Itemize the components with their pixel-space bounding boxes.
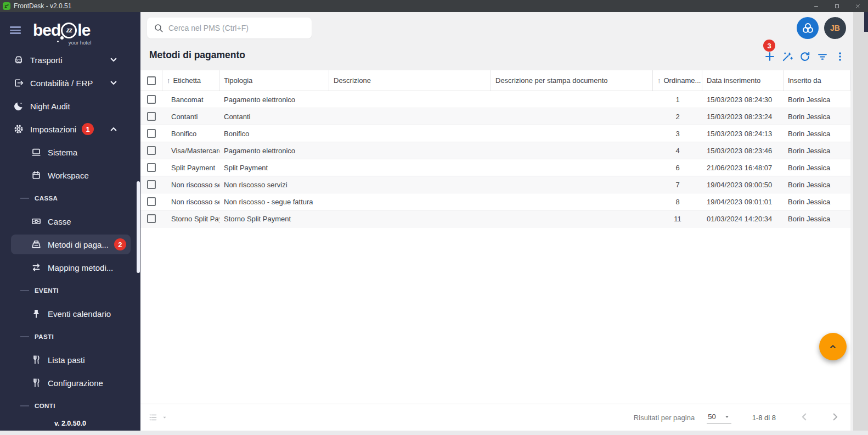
gear-icon — [13, 124, 24, 135]
cell-descrizione-stampa — [491, 193, 653, 210]
scroll-to-top-button[interactable] — [819, 333, 847, 360]
add-button[interactable]: 3 — [763, 51, 776, 63]
chevron-up-icon — [108, 124, 119, 135]
table-footer: Risultati per pagina 50 1-8 di 8 — [140, 404, 850, 431]
header-cell-descrizione[interactable]: Descrizione — [329, 70, 491, 91]
banknote-icon — [31, 216, 42, 227]
wand-icon — [781, 51, 793, 63]
sidebar-item-trasporti[interactable]: Trasporti — [0, 48, 140, 71]
cell-etichetta: Bonifico — [162, 125, 219, 142]
cell-data-inserimento: 19/04/2023 09:01:01 — [702, 193, 784, 210]
row-checkbox[interactable] — [147, 146, 156, 155]
cell-descrizione — [329, 108, 491, 125]
cell-descrizione — [329, 159, 491, 176]
sidebar-logo-row: bed zz le your hotel — [0, 12, 140, 48]
header-cell-etichetta[interactable]: ↑Etichetta — [162, 70, 219, 91]
magic-wand-button[interactable] — [781, 51, 793, 63]
list-icon — [148, 412, 158, 422]
sidebar-item-contabilit-erp[interactable]: Contabilità / ERP — [0, 71, 140, 94]
next-page-button[interactable] — [828, 411, 842, 424]
sidebar-item-casse[interactable]: Casse — [0, 210, 140, 233]
cell-etichetta: Storno Split Pay... — [162, 210, 219, 227]
integrations-button[interactable] — [797, 17, 819, 39]
window-scrollbar-thumb[interactable] — [864, 12, 868, 32]
table-body: Bancomat Pagamento elettronico 1 15/03/2… — [140, 91, 850, 227]
monitor-icon — [31, 147, 42, 158]
cell-etichetta: Visa/Mastercard — [162, 142, 219, 159]
table-row[interactable]: Non riscosso se... Non riscosso - segue … — [140, 193, 850, 210]
row-checkbox[interactable] — [147, 129, 156, 138]
row-checkbox[interactable] — [147, 163, 156, 172]
table-row[interactable]: Non riscosso se... Non riscosso servizi … — [140, 176, 850, 193]
cell-tipologia: Non riscosso - segue fattura — [219, 193, 329, 210]
row-checkbox[interactable] — [147, 180, 156, 189]
cell-etichetta: Split Payment — [162, 159, 219, 176]
cell-descrizione — [329, 210, 491, 227]
user-avatar[interactable]: JB — [824, 17, 846, 39]
table-row[interactable]: Bancomat Pagamento elettronico 1 15/03/2… — [140, 91, 850, 108]
close-button[interactable] — [847, 0, 868, 12]
header-cell-data-inserimento[interactable]: Data inserimento — [702, 70, 784, 91]
minimize-button[interactable] — [805, 0, 826, 12]
sidebar-item-mapping-metodi[interactable]: Mapping metodi... — [0, 256, 140, 279]
sidebar-item-workspace[interactable]: Workspace — [0, 164, 140, 187]
row-checkbox[interactable] — [147, 197, 156, 206]
cell-ordinamento: 1 — [653, 91, 702, 108]
cell-ordinamento: 7 — [653, 176, 702, 193]
cell-tipologia: Pagamento elettronico — [219, 91, 329, 108]
table-row[interactable]: Visa/Mastercard Pagamento elettronico 4 … — [140, 142, 850, 159]
per-page-select[interactable]: 50 — [707, 411, 731, 423]
row-checkbox[interactable] — [147, 95, 156, 104]
cell-etichetta: Bancomat — [162, 91, 219, 108]
sidebar-item-impostazioni[interactable]: Impostazioni1 — [0, 118, 140, 141]
header-cell-tipologia[interactable]: Tipologia — [219, 70, 329, 91]
previous-page-button[interactable] — [798, 411, 811, 424]
sidebar-item-lista-pasti[interactable]: Lista pasti — [0, 348, 140, 371]
cell-descrizione-stampa — [491, 210, 653, 227]
sidebar-scrollbar-thumb[interactable] — [137, 181, 140, 273]
header-cell-inserito-da[interactable]: Inserito da — [784, 70, 850, 91]
table-row[interactable]: Split Payment Split Payment 6 21/06/2023… — [140, 159, 850, 176]
per-page-label: Risultati per pagina — [634, 414, 695, 422]
section-dash — [20, 198, 29, 199]
table-row[interactable]: Contanti Contanti 2 15/03/2023 08:23:24 … — [140, 108, 850, 125]
maximize-button[interactable] — [826, 0, 847, 12]
sidebar-item-configurazione[interactable]: Configurazione — [0, 371, 140, 394]
cell-inserito-da: Borin Jessica — [784, 193, 850, 210]
search-input[interactable] — [168, 24, 305, 32]
cell-ordinamento: 3 — [653, 125, 702, 142]
row-checkbox[interactable] — [147, 214, 156, 223]
caret-down-icon — [724, 414, 730, 420]
range-label: 1-8 di 8 — [752, 414, 776, 422]
chevron-down-icon — [108, 54, 119, 65]
sidebar-item-sistema[interactable]: Sistema — [0, 141, 140, 164]
cell-inserito-da: Borin Jessica — [784, 91, 850, 108]
window-scrollbar-track[interactable] — [853, 12, 868, 435]
header-cell-descrizione-per-stampa-documento[interactable]: Descrizione per stampa documento — [491, 70, 653, 91]
sidebar-item-eventi-calendario[interactable]: Eventi calendario — [0, 302, 140, 325]
view-options-button[interactable] — [148, 412, 168, 422]
sidebar-item-night-audit[interactable]: Night Audit — [0, 94, 140, 118]
page-title: Metodi di pagamento — [149, 49, 245, 61]
cell-ordinamento: 11 — [653, 210, 702, 227]
menu-toggle-icon[interactable] — [10, 26, 21, 34]
table-row[interactable]: Bonifico Bonifico 3 15/03/2023 08:24:13 … — [140, 125, 850, 142]
cell-data-inserimento: 15/03/2023 08:24:30 — [702, 91, 784, 108]
select-all-checkbox[interactable] — [147, 76, 156, 85]
row-checkbox[interactable] — [147, 112, 156, 121]
cell-inserito-da: Borin Jessica — [784, 210, 850, 227]
header-cell-ordiname[interactable]: ↑Ordiname... — [653, 70, 702, 91]
filter-button[interactable] — [816, 51, 828, 63]
cell-inserito-da: Borin Jessica — [784, 142, 850, 159]
sidebar-section-pasti: PASTI — [0, 325, 140, 348]
table-header-row: ↑EtichettaTipologiaDescrizioneDescrizion… — [140, 70, 850, 91]
cell-descrizione — [329, 125, 491, 142]
sidebar-item-metodi-di-paga[interactable]: Metodi di paga...2 — [0, 233, 140, 256]
pin-icon — [31, 308, 42, 319]
calendar-icon — [31, 170, 42, 181]
table-row[interactable]: Storno Split Pay... Storno Split Payment… — [140, 210, 850, 227]
cell-descrizione — [329, 176, 491, 193]
cell-descrizione — [329, 193, 491, 210]
more-options-button[interactable] — [833, 51, 846, 63]
refresh-button[interactable] — [798, 51, 811, 63]
